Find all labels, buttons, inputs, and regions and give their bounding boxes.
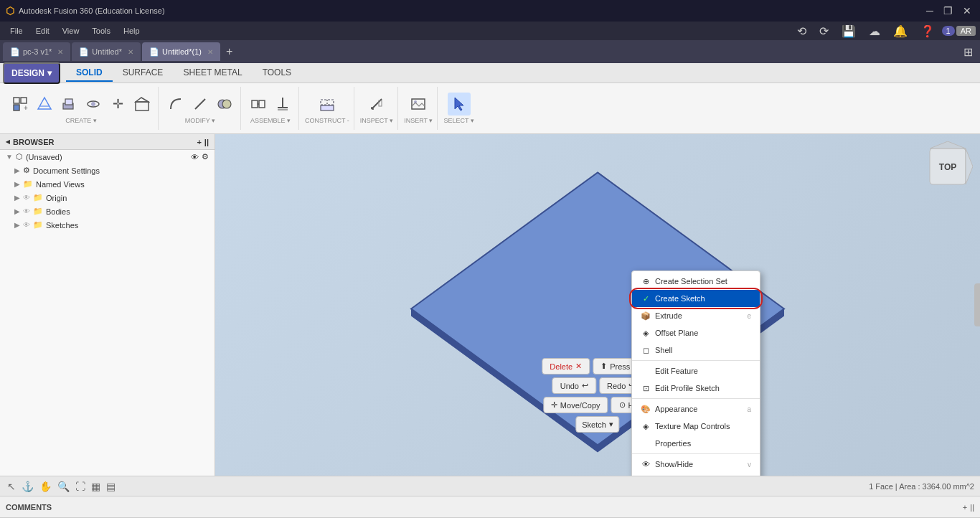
undo-btn[interactable]: ⟲ xyxy=(791,23,812,39)
browser-header: ◂ BROWSER + || xyxy=(0,134,215,150)
root-gear-icon[interactable]: ⚙ xyxy=(202,152,209,161)
menu-tools[interactable]: Tools xyxy=(86,25,116,37)
ctx-offset-plane[interactable]: ◈ Offset Plane xyxy=(632,324,760,342)
joint-icon[interactable] xyxy=(247,93,270,116)
offset-plane-icon[interactable] xyxy=(316,93,339,116)
browser-item-doc-settings[interactable]: ▶ ⚙ Document Settings xyxy=(0,164,215,177)
design-label: DESIGN xyxy=(11,68,44,78)
ctx-selectable[interactable]: Selectable/Unselectable xyxy=(632,473,760,476)
move-icon[interactable]: ✛ xyxy=(106,93,129,116)
combine-icon[interactable] xyxy=(213,93,236,116)
right-panel-tab[interactable] xyxy=(974,283,980,326)
save-btn[interactable]: 💾 xyxy=(836,23,862,39)
menu-help[interactable]: Help xyxy=(118,25,146,37)
redo-btn[interactable]: ⟳ xyxy=(814,23,834,39)
nav-fit-icon[interactable]: ⛶ xyxy=(74,479,87,494)
svg-rect-15 xyxy=(259,100,265,108)
title-bar-controls[interactable]: ─ ❐ ✕ xyxy=(923,5,974,17)
browser-item-named-views[interactable]: ▶ 📁 Named Views xyxy=(0,177,215,191)
restore-button[interactable]: ❐ xyxy=(941,5,956,17)
help-btn[interactable]: ❓ xyxy=(915,23,941,39)
move-copy-label: Move/Copy xyxy=(560,401,600,410)
nav-view-icon[interactable]: ▤ xyxy=(105,479,117,494)
origin-eye-icon: 👁 xyxy=(23,194,30,202)
comments-add-icon[interactable]: + xyxy=(963,503,967,512)
design-dropdown[interactable]: DESIGN ▾ xyxy=(3,62,60,84)
ctx-texture-icon: ◈ xyxy=(641,421,651,431)
sketch-dropdown-button[interactable]: Sketch ▾ xyxy=(575,416,620,433)
browser-collapse-icon[interactable]: ◂ xyxy=(6,137,10,146)
menu-file[interactable]: File xyxy=(4,25,29,37)
measure-icon[interactable] xyxy=(365,93,388,116)
browser-item-root[interactable]: ▼ ⬡ (Unsaved) 👁 ⚙ xyxy=(0,150,215,164)
browser-add-icon[interactable]: + xyxy=(197,138,201,146)
tab-untitled[interactable]: 📄 Untitled* ✕ xyxy=(72,42,141,61)
delete-button[interactable]: Delete ✕ xyxy=(542,358,590,375)
tab-untitled-close[interactable]: ✕ xyxy=(128,48,133,56)
ground-icon[interactable] xyxy=(271,93,294,116)
minimize-button[interactable]: ─ xyxy=(923,5,936,17)
ctx-edit-profile-sketch[interactable]: ⊡ Edit Profile Sketch xyxy=(632,380,760,397)
ctx-appearance[interactable]: 🎨 Appearance a xyxy=(632,400,760,418)
toolbar-group-insert: INSERT ▾ xyxy=(400,87,438,130)
tab-pc3[interactable]: 📄 pc-3 v1* ✕ xyxy=(3,42,70,61)
move-copy-button[interactable]: ✛ Move/Copy xyxy=(543,397,608,413)
menu-bar: File Edit View Tools Help ⟲ ⟳ 💾 ☁ 🔔 ❓ 1 … xyxy=(0,22,980,40)
viewcube[interactable]: TOP xyxy=(923,141,973,192)
undo-button[interactable]: Undo ↩ xyxy=(552,377,596,394)
undo-label: Undo xyxy=(560,382,579,390)
cloud-btn[interactable]: ☁ xyxy=(863,23,886,39)
viewport[interactable]: TOP ⊕ Create Selection Set ✓ Create Sket… xyxy=(215,134,980,476)
insert-image-icon[interactable] xyxy=(407,93,430,116)
nav-cursor-icon[interactable]: ↖ xyxy=(6,479,17,494)
ctx-texture-map[interactable]: ◈ Texture Map Controls xyxy=(632,418,760,435)
nav-anchor-icon[interactable]: ⚓ xyxy=(20,479,35,494)
select-icon[interactable] xyxy=(448,93,471,116)
status-bar: ↖ ⚓ ✋ 🔍 ⛶ ▦ ▤ 1 Face | Area : 3364.00 mm… xyxy=(0,476,980,496)
create-sketch-icon[interactable] xyxy=(33,93,56,116)
menu-edit[interactable]: Edit xyxy=(30,25,55,37)
tab-pc3-close[interactable]: ✕ xyxy=(57,48,63,56)
ctx-show-hide[interactable]: 👁 Show/Hide v xyxy=(632,456,760,473)
root-eye-icon[interactable]: 👁 xyxy=(191,153,199,161)
ctx-shell[interactable]: ◻ Shell xyxy=(632,342,760,359)
create-new-component-icon[interactable]: + xyxy=(9,93,32,116)
svg-marker-32 xyxy=(966,149,973,184)
ctx-extrude[interactable]: 📦 Extrude e xyxy=(632,307,760,324)
notification-btn[interactable]: 🔔 xyxy=(887,23,913,39)
close-button[interactable]: ✕ xyxy=(960,5,974,17)
browser-item-bodies[interactable]: ▶ 👁 📁 Bodies xyxy=(0,204,215,218)
ctx-properties[interactable]: Properties xyxy=(632,435,760,452)
mode-sheetmetal[interactable]: SHEET METAL xyxy=(173,65,252,82)
named-views-label: Named Views xyxy=(36,180,209,189)
origin-label: Origin xyxy=(46,194,209,202)
ctx-create-selection-set[interactable]: ⊕ Create Selection Set xyxy=(632,273,760,290)
extrude-icon[interactable] xyxy=(57,93,80,116)
mode-solid[interactable]: SOLID xyxy=(66,65,113,82)
tab-add-button[interactable]: + xyxy=(222,45,237,58)
chamfer-icon[interactable] xyxy=(189,93,212,116)
menu-view[interactable]: View xyxy=(57,25,85,37)
ctx-edit-feature-icon xyxy=(641,366,651,376)
nav-grid-icon[interactable]: ▦ xyxy=(90,479,102,494)
nav-pan-icon[interactable]: ✋ xyxy=(38,479,53,494)
ctx-edit-feature[interactable]: Edit Feature xyxy=(632,362,760,380)
nav-zoom-icon[interactable]: 🔍 xyxy=(56,479,71,494)
browser-collapse-right-icon[interactable]: || xyxy=(204,138,209,146)
tab-untitled1[interactable]: 📄 Untitled*(1) ✕ xyxy=(142,42,220,61)
mode-tools[interactable]: TOOLS xyxy=(253,65,301,82)
tab-untitled1-close[interactable]: ✕ xyxy=(207,48,213,56)
main-layout: ◂ BROWSER + || ▼ ⬡ (Unsaved) 👁 ⚙ ▶ ⚙ Doc… xyxy=(0,134,980,476)
comments-collapse-icon[interactable]: || xyxy=(970,503,974,512)
fillet-icon[interactable] xyxy=(164,93,187,116)
tab-options-button[interactable]: ⊞ xyxy=(959,45,977,59)
browser-item-origin[interactable]: ▶ 👁 📁 Origin xyxy=(0,191,215,204)
title-bar-left: ⬡ Autodesk Fusion 360 (Education License… xyxy=(6,5,165,17)
ctx-create-sketch[interactable]: ✓ Create Sketch xyxy=(632,290,760,307)
mode-surface[interactable]: SURFACE xyxy=(113,65,174,82)
browser-item-sketches[interactable]: ▶ 👁 📁 Sketches xyxy=(0,218,215,232)
comments-bar: COMMENTS + || xyxy=(0,496,980,517)
shell-icon[interactable] xyxy=(131,93,154,116)
ctx-appearance-label: Appearance xyxy=(655,405,697,413)
revolve-icon[interactable] xyxy=(82,93,105,116)
